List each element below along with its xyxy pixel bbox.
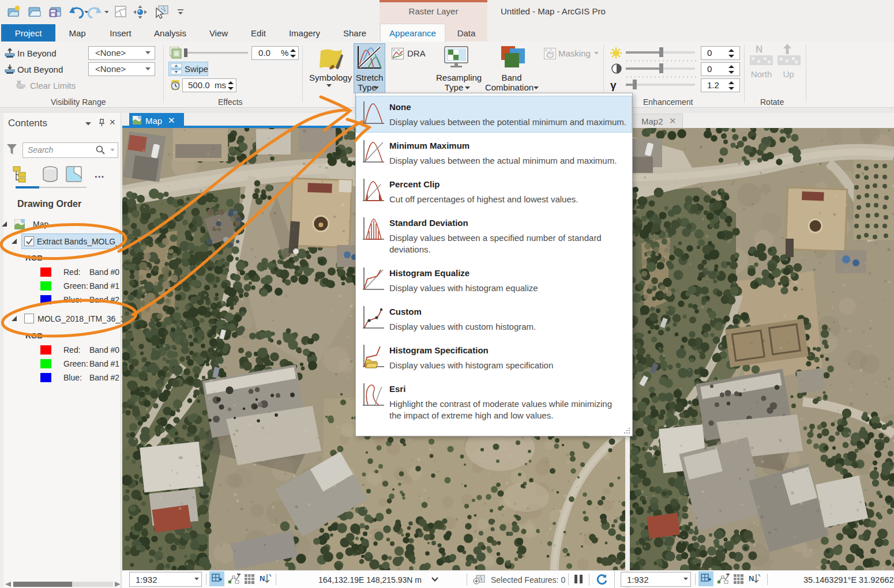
svg-text:N: N xyxy=(749,574,754,583)
svg-text:N: N xyxy=(260,574,265,583)
